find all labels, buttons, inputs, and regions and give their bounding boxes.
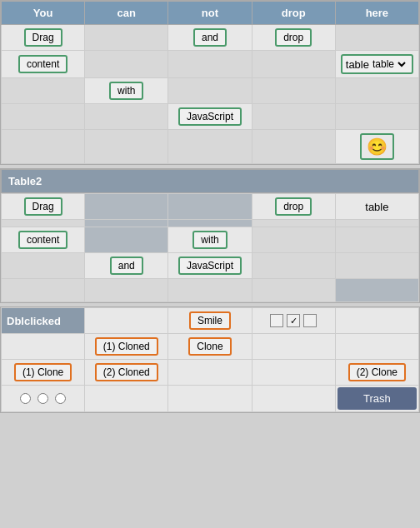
- bottom-section: Dblclicked Smile ✓: [0, 306, 420, 413]
- drag-button[interactable]: Drag: [24, 28, 62, 47]
- cell-b-e10: [252, 386, 335, 412]
- table-row: (1) Clone (2) Cloned (2) Clone: [2, 360, 419, 386]
- radio-3[interactable]: [55, 393, 66, 404]
- cell-t2-e3: [335, 220, 418, 227]
- col-drop: drop: [252, 2, 335, 25]
- radio-2[interactable]: [38, 393, 48, 404]
- t2-drop-button[interactable]: drop: [275, 197, 312, 216]
- checkbox-2[interactable]: ✓: [287, 314, 300, 327]
- clone-button[interactable]: Clone: [188, 337, 231, 356]
- clone-1-button[interactable]: (1) Clone: [14, 363, 72, 381]
- table2-header: Table2: [1, 169, 419, 193]
- clone-2-button[interactable]: (2) Clone: [348, 363, 406, 381]
- table2-label: Table2: [8, 175, 42, 187]
- with-button[interactable]: with: [109, 82, 143, 100]
- cell-b-e4: [252, 334, 335, 360]
- cell-t2-e8: [335, 253, 418, 279]
- t2-drag-button[interactable]: Drag: [24, 197, 62, 216]
- drop-button[interactable]: drop: [275, 28, 312, 47]
- table-row: [2, 220, 419, 227]
- cell-t2-dark6: [335, 279, 418, 302]
- cloned-1-button[interactable]: (1) Cloned: [95, 337, 158, 356]
- cell-table-select: table table: [335, 51, 418, 78]
- cell-checkboxes: ✓: [252, 308, 335, 334]
- cell-empty-7: [168, 78, 252, 104]
- t2-and-button[interactable]: and: [110, 257, 143, 275]
- t2-with-button[interactable]: with: [192, 231, 227, 249]
- checkbox-group: ✓: [256, 314, 332, 327]
- table1: You can not drop here Drag and drop: [0, 0, 420, 165]
- cell-smile: 😊: [335, 130, 418, 164]
- table-row: JavaScript: [2, 104, 419, 130]
- smile-button[interactable]: Smile: [189, 311, 231, 330]
- radio-1[interactable]: [20, 393, 31, 404]
- col-here: here: [335, 2, 418, 25]
- cell-empty-2: [335, 25, 418, 51]
- cell-b-e6: [168, 360, 252, 386]
- table-row: 😊: [2, 130, 419, 164]
- cell-t2-table: table: [335, 194, 418, 220]
- t2-content-button[interactable]: content: [18, 231, 68, 249]
- checkbox-1[interactable]: [270, 314, 283, 327]
- cell-t2-dark3: [85, 220, 168, 227]
- cell-t2-javascript: JavaScript: [168, 253, 252, 279]
- content-button[interactable]: content: [18, 55, 68, 73]
- cell-t2-drop: drop: [252, 194, 335, 220]
- cell-javascript: JavaScript: [168, 104, 252, 130]
- cell-content: content: [2, 51, 85, 78]
- cell-b-e9: [168, 386, 252, 412]
- cell-t2-dark4: [168, 220, 252, 227]
- cell-t2-e11: [168, 279, 252, 302]
- cell-t2-drag: Drag: [2, 194, 85, 220]
- cell-empty-12: [252, 104, 335, 130]
- smile-icon: 😊: [367, 137, 388, 156]
- cell-with: with: [85, 78, 168, 104]
- cell-empty-9: [335, 78, 418, 104]
- radio-group: [5, 393, 81, 404]
- cell-cloned-1: (1) Cloned: [85, 334, 168, 360]
- cell-empty-1: [85, 25, 168, 51]
- cell-trash: Trash: [335, 386, 418, 412]
- trash-button[interactable]: Trash: [338, 387, 417, 410]
- table-row: [2, 279, 419, 302]
- table-row: Trash: [2, 386, 419, 412]
- javascript-button[interactable]: JavaScript: [178, 107, 242, 126]
- cell-smile-btn: Smile: [168, 308, 252, 334]
- table2: Table2 Drag drop table: [0, 168, 420, 303]
- table-row: with: [2, 78, 419, 104]
- table-row: and JavaScript: [2, 253, 419, 279]
- table-dropdown[interactable]: table: [369, 57, 408, 71]
- cell-t2-e2: [252, 220, 335, 227]
- cell-b-e3: [2, 334, 85, 360]
- t2-javascript-button[interactable]: JavaScript: [178, 257, 242, 275]
- cell-t2-e1: [2, 220, 85, 227]
- cell-empty-15: [85, 130, 168, 164]
- cell-t2-e4: [252, 227, 335, 253]
- cell-t2-e9: [2, 279, 85, 302]
- table-row: Drag and drop: [2, 25, 419, 51]
- cell-b-e8: [85, 386, 168, 412]
- cell-empty-5: [252, 51, 335, 78]
- cell-t2-dark2: [168, 194, 252, 220]
- cell-drop: drop: [252, 25, 335, 51]
- cell-b-e1: [85, 308, 168, 334]
- cell-empty-14: [2, 130, 85, 164]
- cell-cloned-2: (2) Cloned: [85, 360, 168, 386]
- cloned-2-button[interactable]: (2) Cloned: [95, 363, 158, 381]
- cell-empty-10: [2, 104, 85, 130]
- table-select-label: table: [346, 58, 369, 71]
- cell-radios: [2, 386, 85, 412]
- cell-t2-with: with: [168, 227, 252, 253]
- cell-b-e5: [335, 334, 418, 360]
- cell-empty-6: [2, 78, 85, 104]
- table-row: content table table: [2, 51, 419, 78]
- and-button[interactable]: and: [193, 28, 227, 47]
- cell-dblclicked: Dblclicked: [2, 308, 85, 334]
- cell-t2-e6: [2, 253, 85, 279]
- table-select-wrapper[interactable]: table table: [341, 54, 413, 74]
- cell-empty-17: [252, 130, 335, 164]
- checkbox-3[interactable]: [303, 314, 317, 327]
- cell-clone-2: (2) Clone: [335, 360, 418, 386]
- cell-t2-content: content: [2, 227, 85, 253]
- cell-t2-dark5: [85, 227, 168, 253]
